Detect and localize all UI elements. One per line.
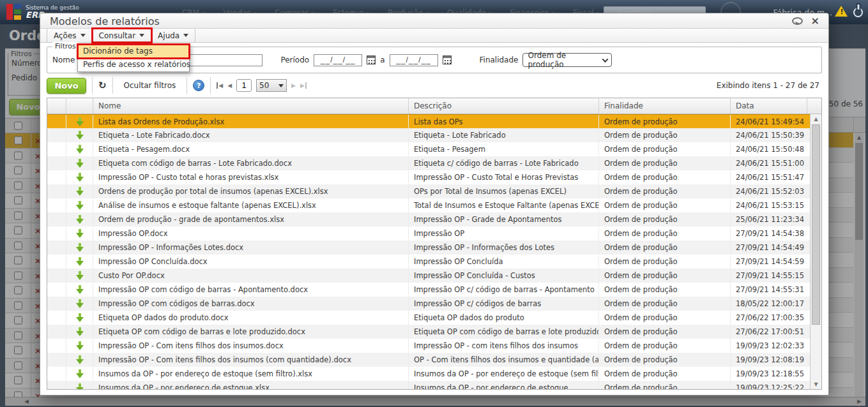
download-icon[interactable] — [76, 271, 84, 280]
cell-finalidade: Ordem de produção — [599, 184, 731, 198]
download-cell[interactable] — [66, 367, 93, 381]
header-descricao[interactable]: Descrição — [409, 98, 599, 114]
row-spacer-cell — [47, 339, 66, 353]
header-finalidade[interactable]: Finalidade — [599, 98, 731, 114]
download-icon[interactable] — [76, 215, 84, 224]
table-row[interactable]: Impressão OP com código de barras - Apon… — [47, 283, 810, 297]
menu-item-dicionario-de-tags[interactable]: Dicionário de tags — [78, 45, 189, 58]
finalidade-select[interactable]: Ordem de produção — [522, 53, 612, 67]
download-icon[interactable] — [76, 243, 84, 252]
date-from-input[interactable] — [314, 54, 362, 66]
download-icon[interactable] — [76, 257, 84, 266]
table-row[interactable]: Insumos da OP - por endereço de estoque.… — [47, 381, 810, 389]
last-page-icon[interactable]: ▶ — [300, 82, 307, 89]
table-row[interactable]: Insumos da OP - por endereço de estoque … — [47, 367, 810, 381]
power-logout-icon[interactable] — [853, 8, 863, 17]
download-cell[interactable] — [66, 115, 93, 128]
download-icon[interactable] — [76, 355, 84, 364]
download-cell[interactable] — [66, 269, 93, 283]
download-icon[interactable] — [76, 285, 84, 294]
cell-descricao: Impressão OP c/ códigos de barras — [409, 297, 599, 311]
download-icon[interactable] — [76, 341, 84, 350]
menu-item-perfis-de-acesso[interactable]: Perfis de acesso x relatórios — [78, 58, 189, 71]
download-cell[interactable] — [66, 212, 93, 226]
table-row[interactable]: Impressão OP com códigos de barras.docxI… — [47, 297, 810, 311]
table-row[interactable]: Impressão OP - Com itens filhos dos insu… — [47, 339, 810, 353]
novo-button[interactable]: Novo — [47, 78, 86, 94]
download-cell[interactable] — [66, 128, 93, 142]
download-cell[interactable] — [66, 339, 93, 353]
cell-finalidade: Ordem de produção — [599, 367, 731, 381]
comment-bubble-icon[interactable] — [792, 17, 803, 25]
close-icon[interactable]: × — [811, 15, 819, 27]
scrollbar-thumb[interactable] — [812, 124, 820, 325]
calendar-icon[interactable] — [367, 56, 376, 64]
download-icon[interactable] — [76, 131, 84, 140]
menu-consultar[interactable]: Consultar — [93, 29, 152, 42]
download-icon[interactable] — [76, 299, 84, 308]
download-cell[interactable] — [66, 241, 93, 255]
download-cell[interactable] — [66, 353, 93, 367]
scroll-up-icon[interactable]: ▲ — [811, 116, 821, 122]
table-row[interactable]: Impressão OP - Com itens filhos dos insu… — [47, 353, 810, 367]
table-row[interactable]: Análise de insumos e estoque faltante (a… — [47, 198, 810, 212]
download-icon[interactable] — [76, 313, 84, 322]
download-icon[interactable] — [76, 327, 84, 336]
table-row[interactable]: Impressão OP - Informações Lotes.docxImp… — [47, 241, 810, 255]
download-cell[interactable] — [66, 255, 93, 269]
table-row[interactable]: Ordem de produção - grade de apontamento… — [47, 212, 810, 226]
table-row[interactable]: Etiqueta OP com código de barras e lote … — [47, 325, 810, 339]
date-to-input[interactable] — [390, 54, 438, 66]
first-page-icon[interactable]: ◀ — [217, 82, 223, 89]
download-cell[interactable] — [66, 381, 93, 389]
page-size-select[interactable]: 50 — [256, 79, 287, 92]
download-icon[interactable] — [76, 173, 84, 182]
header-data[interactable]: Data — [731, 98, 807, 114]
table-row[interactable]: Lista das Ordens de Produção.xlsxLista d… — [47, 114, 810, 128]
ocultar-filtros-button[interactable]: Ocultar filtros — [119, 78, 181, 93]
download-cell[interactable] — [66, 311, 93, 325]
scroll-down-icon[interactable]: ▼ — [811, 381, 821, 387]
download-icon[interactable] — [76, 369, 84, 378]
header-nome[interactable]: Nome — [93, 98, 409, 114]
table-row[interactable]: Impressão OP - Custo total e horas previ… — [47, 170, 810, 184]
cell-finalidade: Ordem de produção — [599, 325, 731, 339]
table-row[interactable]: Etiqueta - Pesagem.docxEtiqueta - Pesage… — [47, 142, 810, 156]
row-spacer-cell — [47, 212, 66, 226]
refresh-icon[interactable]: ↻ — [98, 80, 107, 91]
download-cell[interactable] — [66, 156, 93, 170]
download-cell[interactable] — [66, 226, 93, 241]
download-icon[interactable] — [76, 187, 84, 196]
menu-acoes[interactable]: Ações — [47, 29, 93, 42]
next-page-icon[interactable]: ▶ — [291, 82, 296, 89]
cell-finalidade: Ordem de produção — [599, 212, 731, 226]
table-row[interactable]: Etiqueta OP dados do produto.docxEtiquet… — [47, 311, 810, 325]
download-cell[interactable] — [66, 297, 93, 311]
download-cell[interactable] — [66, 142, 93, 156]
table-row[interactable]: Impressão OP Concluída.docxImpressão OP … — [47, 255, 810, 269]
page-number-input[interactable] — [236, 79, 252, 92]
download-icon[interactable] — [76, 201, 84, 210]
download-cell[interactable] — [66, 184, 93, 198]
table-row[interactable]: Etiqueta - Lote Fabricado.docxEtiqueta -… — [47, 128, 810, 142]
download-cell[interactable] — [66, 198, 93, 212]
table-row[interactable]: Custo Por OP.docxImpressão OP Concluída … — [47, 269, 810, 283]
table-row[interactable]: Impressão OP.docxImpressão OPOrdem de pr… — [47, 226, 810, 241]
previous-page-icon[interactable]: ◀ — [227, 82, 232, 89]
table-row[interactable]: Etiqueta com código de barras - Lote Fab… — [47, 156, 810, 170]
cell-data: 24/06/21 15:51:00 — [731, 156, 807, 170]
menu-ajuda[interactable]: Ajuda — [151, 29, 195, 42]
download-cell[interactable] — [66, 283, 93, 297]
download-icon[interactable] — [76, 229, 84, 238]
table-row[interactable]: Ordens de produção por total de insumos … — [47, 184, 810, 198]
items-info-label: Exibindo itens 1 - 27 de 27 — [717, 81, 822, 90]
download-icon[interactable] — [76, 159, 84, 168]
download-cell[interactable] — [66, 325, 93, 339]
calendar-icon[interactable] — [443, 56, 452, 64]
table-vertical-scrollbar[interactable]: ▲ ▼ — [810, 114, 821, 389]
download-cell[interactable] — [66, 170, 93, 184]
download-icon[interactable] — [76, 145, 84, 154]
download-icon[interactable] — [76, 117, 84, 126]
help-icon[interactable]: ? — [193, 80, 204, 91]
download-icon[interactable] — [76, 383, 84, 389]
